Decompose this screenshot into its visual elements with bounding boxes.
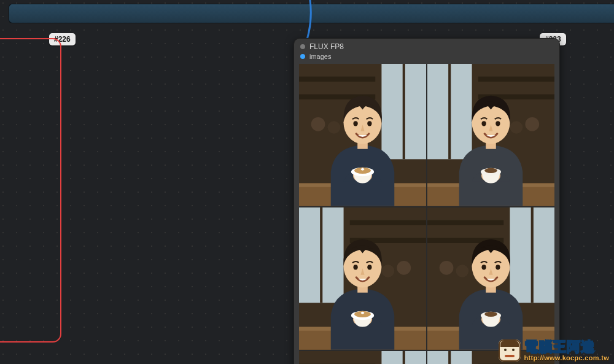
svg-point-38 xyxy=(481,121,486,126)
output-image-2[interactable] xyxy=(427,64,554,206)
svg-point-39 xyxy=(495,121,500,126)
svg-rect-64 xyxy=(427,220,503,225)
svg-point-47 xyxy=(382,265,395,277)
svg-point-66 xyxy=(440,261,454,275)
svg-rect-3 xyxy=(403,64,405,159)
svg-point-46 xyxy=(397,261,411,275)
node-status-dot xyxy=(300,44,305,49)
svg-point-59 xyxy=(367,265,371,269)
svg-point-67 xyxy=(456,265,469,277)
svg-rect-83 xyxy=(403,351,405,364)
svg-point-78 xyxy=(481,265,486,269)
svg-point-35 xyxy=(484,168,497,173)
svg-rect-103 xyxy=(448,351,451,364)
output-image-1[interactable] xyxy=(299,64,426,206)
svg-rect-24 xyxy=(478,77,554,82)
output-image-6[interactable] xyxy=(427,351,554,364)
svg-point-19 xyxy=(367,121,371,126)
svg-rect-63 xyxy=(531,207,534,303)
output-image-5[interactable] xyxy=(299,351,426,364)
node-title: FLUX FP8 xyxy=(309,42,344,51)
svg-point-6 xyxy=(311,117,325,131)
svg-point-18 xyxy=(353,121,357,126)
node-header[interactable]: FLUX FP8 xyxy=(294,39,559,52)
svg-rect-4 xyxy=(299,77,375,82)
node-input-row[interactable]: images xyxy=(294,52,559,64)
output-image-3[interactable] xyxy=(299,207,426,350)
output-image-4[interactable] xyxy=(427,207,554,350)
svg-point-27 xyxy=(510,121,523,134)
svg-point-58 xyxy=(353,265,357,269)
image-preview-node[interactable]: FLUX FP8 images xyxy=(293,38,560,364)
group-tab-bar[interactable] xyxy=(9,4,614,23)
input-socket-icon[interactable] xyxy=(300,54,305,59)
svg-rect-43 xyxy=(320,207,322,303)
svg-point-26 xyxy=(525,117,539,131)
offscreen-node-outline[interactable] xyxy=(0,38,61,343)
svg-point-79 xyxy=(495,265,500,269)
image-grid xyxy=(299,64,554,364)
svg-point-7 xyxy=(328,121,341,134)
svg-point-75 xyxy=(484,312,497,317)
svg-rect-23 xyxy=(448,64,451,159)
node-input-label: images xyxy=(309,53,331,60)
svg-rect-44 xyxy=(350,220,426,225)
